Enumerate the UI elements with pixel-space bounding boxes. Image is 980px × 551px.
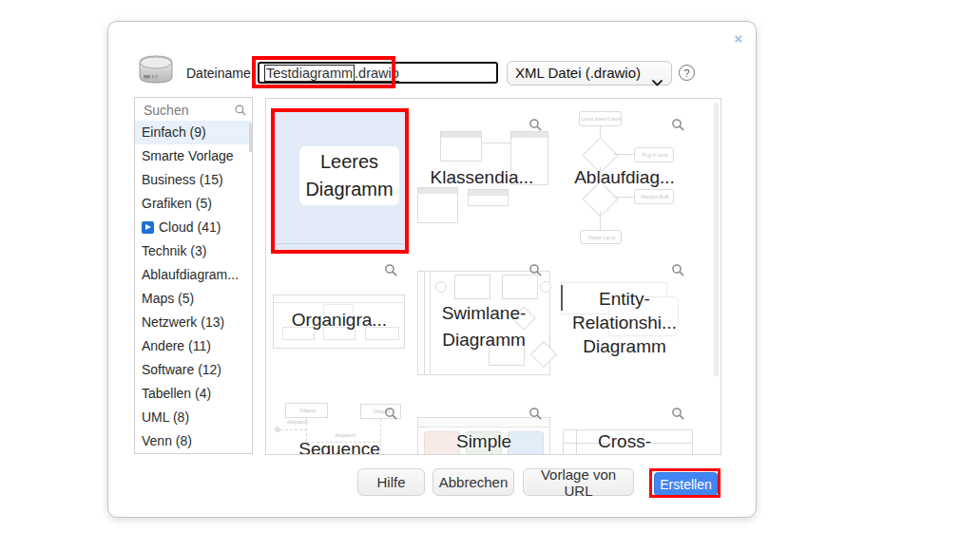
sidebar-item-uml[interactable]: UML (8) (135, 406, 252, 429)
grid-scrollbar[interactable] (714, 103, 719, 376)
help-button[interactable]: Hilfe (357, 468, 425, 496)
create-button[interactable]: Erstellen (654, 472, 718, 496)
sidebar-item-tabellen[interactable]: Tabellen (4) (135, 382, 252, 406)
filetype-selected-value: XML Datei (.drawio) (515, 65, 641, 81)
sidebar-item-maps[interactable]: Maps (5) (135, 287, 252, 311)
magnifier-icon[interactable] (671, 407, 685, 421)
filename-value-name: Testdiagramm (264, 65, 355, 82)
template-from-url-button[interactable]: Vorlage von URL (523, 468, 634, 496)
er-preview-edge (561, 285, 563, 311)
sidebar-item-cloud[interactable]: Cloud (41) (135, 216, 252, 239)
filetype-select[interactable]: XML Datei (.drawio) (507, 61, 672, 86)
magnifier-icon[interactable] (528, 407, 543, 421)
blank-diagram-card: Leeres Diagramm (299, 146, 399, 205)
sidebar-item-netzwerk[interactable]: Netzwerk (13) (135, 311, 252, 334)
harddisk-icon (137, 53, 175, 86)
template-label: Ablaufdiag... (558, 165, 691, 189)
magnifier-icon[interactable] (384, 407, 398, 421)
cancel-button[interactable]: Abbrechen (432, 468, 514, 496)
sidebar-item-andere[interactable]: Andere (11) (135, 334, 252, 358)
cloud-new-badge-icon (142, 221, 154, 234)
search-box (134, 97, 253, 122)
magnifier-icon[interactable] (528, 118, 543, 132)
magnifier-icon[interactable] (671, 118, 685, 132)
blank-tile-underline (277, 243, 403, 244)
magnifier-icon[interactable] (528, 263, 543, 277)
close-icon[interactable]: × (734, 31, 742, 46)
category-list: Einfach (9) Smarte Vorlage Business (15)… (134, 121, 253, 454)
sidebar-item-software[interactable]: Software (12) (135, 358, 252, 382)
create-file-dialog: × Dateiname: Testdiagramm.drawio XML Dat… (107, 21, 757, 518)
template-label: Sequence (273, 437, 406, 455)
search-icon (234, 104, 247, 121)
sidebar-item-smarte-vorlage[interactable]: Smarte Vorlage (135, 144, 252, 168)
sidebar-scrollbar[interactable] (249, 124, 252, 152)
page: × Dateiname: Testdiagramm.drawio XML Dat… (0, 0, 980, 551)
filename-input[interactable]: Testdiagramm.drawio (258, 62, 498, 84)
magnifier-icon[interactable] (384, 263, 398, 277)
chevron-down-icon (652, 70, 663, 93)
template-blank-diagram[interactable]: Leeres Diagramm (275, 112, 405, 250)
search-input[interactable] (142, 99, 237, 122)
sidebar-item-grafiken[interactable]: Grafiken (5) (135, 192, 252, 216)
sidebar-item-technik[interactable]: Technik (3) (135, 239, 252, 263)
magnifier-icon[interactable] (671, 263, 685, 277)
filename-label: Dateiname: (186, 66, 255, 81)
filename-value-ext: .drawio (355, 66, 399, 82)
sidebar-item-venn[interactable]: Venn (8) (135, 429, 252, 453)
sidebar-item-business[interactable]: Business (15) (135, 168, 252, 192)
sidebar-item-einfach[interactable]: Einfach (9) (135, 121, 252, 144)
sidebar-item-ablaufdiagramme[interactable]: Ablaufdiagram... (135, 263, 252, 287)
template-grid: Leeres Diagramm Klassendia... L (265, 98, 721, 455)
help-icon[interactable]: ? (679, 65, 695, 81)
